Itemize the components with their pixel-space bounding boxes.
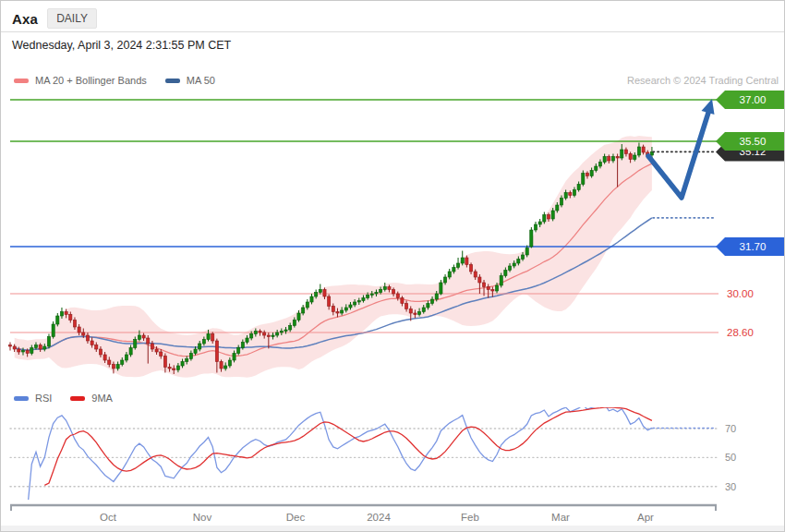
rsi-scale-70: 70	[725, 423, 736, 434]
trading-central-chart-widget: Axa DAILY Wednesday, April 3, 2024 2:31:…	[0, 0, 785, 532]
legend-item-ma20-bollinger: MA 20 + Bollinger Bands	[14, 75, 147, 86]
rsi-scale-50: 50	[725, 452, 736, 463]
legend-item-ma50: MA 50	[165, 75, 215, 86]
chart-datetime: Wednesday, April 3, 2024 2:31:55 PM CET	[12, 39, 231, 52]
forecast-arrow	[648, 99, 715, 198]
month-label-mar: Mar	[551, 512, 570, 523]
main-chart-legend: MA 20 + Bollinger Bands MA 50	[14, 75, 226, 86]
svg-text:37.00: 37.00	[740, 94, 767, 105]
price-label-28.60: 28.60	[727, 327, 754, 338]
research-attribution: Research © 2024 Trading Central	[627, 75, 779, 86]
instrument-title: Axa	[12, 11, 38, 27]
month-label-feb: Feb	[461, 512, 479, 523]
price-label-30.00: 30.00	[727, 288, 754, 299]
ma50-swatch-icon	[165, 79, 180, 83]
rsi-line	[28, 404, 652, 509]
rsi-scale-30: 30	[725, 481, 736, 492]
month-label-2024: 2024	[367, 512, 391, 523]
chart-header: Axa DAILY	[12, 7, 97, 30]
time-axis: OctNovDec2024FebMarApr	[10, 504, 717, 523]
legend-label: MA 50	[187, 75, 215, 86]
svg-text:31.70: 31.70	[740, 241, 767, 252]
month-label-dec: Dec	[286, 512, 306, 523]
svg-text:35.50: 35.50	[740, 136, 767, 147]
price-and-rsi-chart-canvas[interactable]: 37.0035.1235.5031.7030.0028.60705030OctN…	[1, 90, 785, 531]
header-divider	[1, 31, 784, 32]
month-label-apr: Apr	[637, 512, 654, 523]
month-label-oct: Oct	[100, 512, 117, 523]
legend-label: MA 20 + Bollinger Bands	[35, 75, 147, 86]
bottom-strip	[1, 526, 784, 531]
timeframe-badge[interactable]: DAILY	[47, 8, 97, 29]
ma20-bollinger-swatch-icon	[14, 79, 29, 83]
rsi-panel: 705030	[10, 404, 736, 509]
month-label-nov: Nov	[193, 512, 212, 523]
